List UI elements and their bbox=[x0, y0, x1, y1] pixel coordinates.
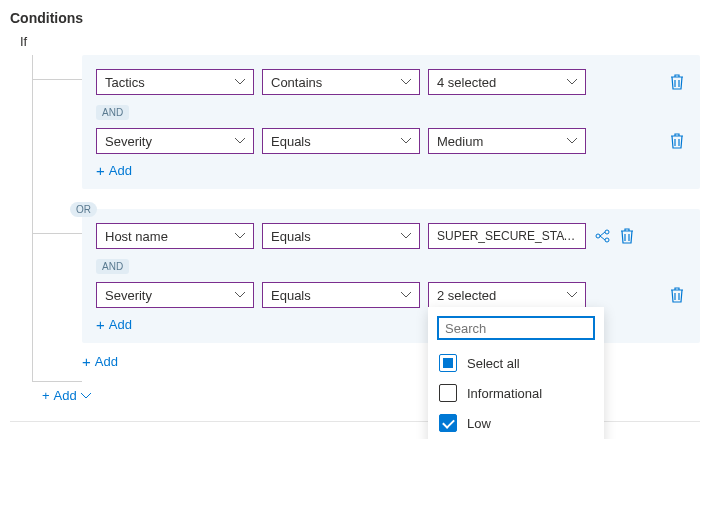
chevron-down-icon bbox=[567, 79, 577, 85]
dropdown-option[interactable]: Medium bbox=[429, 438, 603, 439]
condition-group: Tactics Contains 4 selected AND Severity bbox=[82, 55, 700, 189]
chevron-down-icon bbox=[401, 79, 411, 85]
svg-point-0 bbox=[596, 234, 600, 238]
field-value: Tactics bbox=[105, 75, 145, 90]
delete-button[interactable] bbox=[668, 73, 686, 91]
delete-button[interactable] bbox=[668, 286, 686, 304]
add-condition-button[interactable]: + Add bbox=[96, 162, 132, 179]
add-condition-button[interactable]: + Add bbox=[96, 316, 132, 333]
plus-icon: + bbox=[96, 316, 105, 333]
value-select[interactable]: SUPER_SECURE_STATION bbox=[428, 223, 586, 249]
plus-icon: + bbox=[82, 353, 91, 370]
operator-select[interactable]: Contains bbox=[262, 69, 420, 95]
value-text: SUPER_SECURE_STATION bbox=[437, 229, 577, 243]
value-dropdown: Select all Informational Low Medium High bbox=[428, 307, 604, 439]
add-label: Add bbox=[95, 354, 118, 369]
delete-button[interactable] bbox=[618, 227, 636, 245]
chevron-down-icon bbox=[567, 292, 577, 298]
chevron-down-icon bbox=[567, 138, 577, 144]
dropdown-option[interactable]: Informational bbox=[429, 378, 603, 408]
dropdown-search-input[interactable] bbox=[437, 316, 595, 340]
svg-point-2 bbox=[605, 238, 609, 242]
operator-value: Equals bbox=[271, 229, 311, 244]
add-group-button[interactable]: + Add bbox=[82, 353, 118, 370]
plus-icon: + bbox=[42, 388, 50, 403]
field-select[interactable]: Host name bbox=[96, 223, 254, 249]
dropdown-option[interactable]: Low bbox=[429, 408, 603, 438]
section-title: Conditions bbox=[10, 10, 700, 26]
operator-select[interactable]: Equals bbox=[262, 223, 420, 249]
value-select[interactable]: 4 selected bbox=[428, 69, 586, 95]
relation-button[interactable] bbox=[594, 227, 612, 245]
option-label: Informational bbox=[467, 386, 542, 401]
value-text: Medium bbox=[437, 134, 483, 149]
condition-row: Severity Equals Medium bbox=[96, 128, 686, 154]
operator-value: Equals bbox=[271, 288, 311, 303]
trash-icon bbox=[620, 228, 634, 244]
checkbox-partial-icon bbox=[439, 354, 457, 372]
chevron-down-icon bbox=[401, 138, 411, 144]
chevron-down-icon bbox=[81, 393, 91, 399]
or-connector: OR bbox=[70, 202, 97, 217]
plus-icon: + bbox=[96, 162, 105, 179]
chevron-down-icon bbox=[235, 79, 245, 85]
add-label: Add bbox=[109, 163, 132, 178]
chevron-down-icon bbox=[401, 292, 411, 298]
chevron-down-icon bbox=[235, 138, 245, 144]
dropdown-option-select-all[interactable]: Select all bbox=[429, 348, 603, 378]
chevron-down-icon bbox=[235, 292, 245, 298]
add-label: Add bbox=[54, 388, 77, 403]
condition-tree: Tactics Contains 4 selected AND Severity bbox=[32, 55, 700, 370]
condition-group: Host name Equals SUPER_SECURE_STATION AN… bbox=[82, 209, 700, 343]
operator-value: Contains bbox=[271, 75, 322, 90]
value-select[interactable]: 2 selected bbox=[428, 282, 586, 308]
trash-icon bbox=[670, 74, 684, 90]
value-text: 2 selected bbox=[437, 288, 496, 303]
checkbox-unchecked-icon bbox=[439, 384, 457, 402]
chevron-down-icon bbox=[235, 233, 245, 239]
condition-row: Severity Equals 2 selected bbox=[96, 282, 686, 308]
field-select[interactable]: Severity bbox=[96, 282, 254, 308]
trash-icon bbox=[670, 133, 684, 149]
add-root-button[interactable]: + Add bbox=[42, 388, 91, 403]
checkbox-checked-icon bbox=[439, 414, 457, 432]
field-value: Host name bbox=[105, 229, 168, 244]
delete-button[interactable] bbox=[668, 132, 686, 150]
trash-icon bbox=[670, 287, 684, 303]
field-select[interactable]: Tactics bbox=[96, 69, 254, 95]
add-label: Add bbox=[109, 317, 132, 332]
field-value: Severity bbox=[105, 134, 152, 149]
operator-select[interactable]: Equals bbox=[262, 128, 420, 154]
value-select[interactable]: Medium bbox=[428, 128, 586, 154]
add-group-wrapper: + Add bbox=[82, 353, 700, 370]
and-connector: AND bbox=[96, 259, 129, 274]
if-label: If bbox=[20, 34, 700, 49]
operator-value: Equals bbox=[271, 134, 311, 149]
option-label: Low bbox=[467, 416, 491, 431]
chevron-down-icon bbox=[401, 233, 411, 239]
condition-row: Host name Equals SUPER_SECURE_STATION bbox=[96, 223, 686, 249]
svg-point-1 bbox=[605, 230, 609, 234]
option-label: Select all bbox=[467, 356, 520, 371]
field-select[interactable]: Severity bbox=[96, 128, 254, 154]
network-icon bbox=[595, 228, 611, 244]
value-text: 4 selected bbox=[437, 75, 496, 90]
operator-select[interactable]: Equals bbox=[262, 282, 420, 308]
and-connector: AND bbox=[96, 105, 129, 120]
field-value: Severity bbox=[105, 288, 152, 303]
condition-row: Tactics Contains 4 selected bbox=[96, 69, 686, 95]
